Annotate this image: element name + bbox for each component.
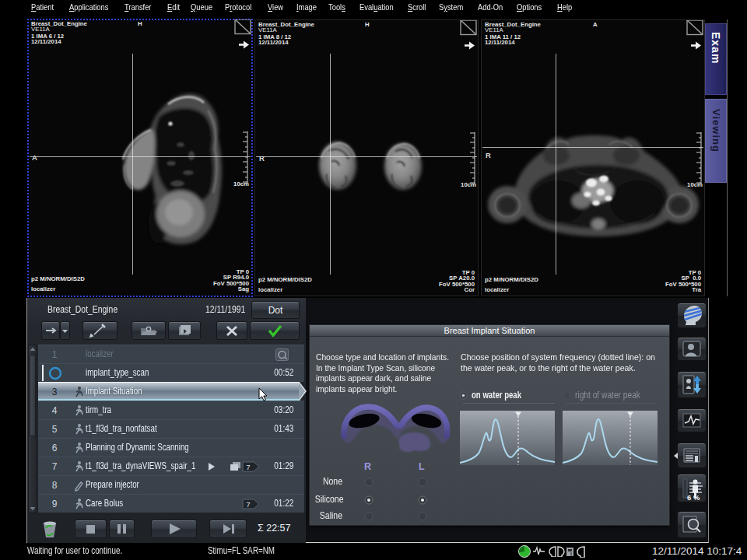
svg-text:7: 7 xyxy=(246,501,250,509)
svg-text:6 %: 6 % xyxy=(687,493,700,502)
svg-text:7: 7 xyxy=(246,464,250,471)
